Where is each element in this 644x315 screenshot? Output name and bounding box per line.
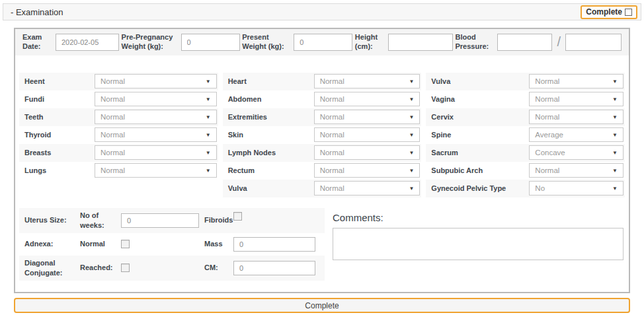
cm-input[interactable]: [233, 261, 315, 275]
fibroids-checkbox[interactable]: [233, 212, 242, 221]
spine-select[interactable]: Average ▼: [529, 127, 624, 142]
exam-row: Sacrum Concave ▼: [426, 144, 625, 162]
exam-date-input[interactable]: [56, 34, 119, 51]
select-value: Average: [535, 131, 563, 139]
panel-title[interactable]: - Examination: [11, 7, 63, 17]
complete-button-header[interactable]: Complete: [581, 5, 637, 19]
adnexa-normal-label: Normal: [80, 239, 121, 248]
examination-form-panel: Exam Date: Pre-Pregnancy Weight (kg): Pr…: [14, 28, 630, 293]
mass-label: Mass: [204, 239, 233, 248]
blood-pressure-separator: /: [557, 34, 561, 50]
diagonal-conjugate-row: Diagonal Conjugate: Reached: CM:: [19, 256, 325, 281]
exam-column-1: Heent Normal ▼ Fundi Normal ▼ Teeth Norm…: [19, 73, 218, 197]
select-value: Normal: [535, 77, 559, 85]
blood-pressure-label: Blood Pressure:: [455, 33, 492, 52]
sacrum-select[interactable]: Concave ▼: [529, 145, 624, 160]
exam-row-label: Vagina: [431, 95, 529, 103]
select-value: No: [535, 184, 545, 192]
blood-pressure-systolic-input[interactable]: [497, 34, 552, 51]
height-input[interactable]: [388, 34, 453, 51]
gynecoid-pelvic-type-select[interactable]: No ▼: [529, 181, 624, 195]
exam-row-label: Abdomen: [228, 95, 314, 103]
exam-row-label: Spine: [431, 131, 529, 139]
height-group: Height (cm):: [355, 33, 453, 52]
chevron-down-icon: ▼: [409, 186, 414, 192]
exam-row: Vulva Normal ▼: [223, 180, 422, 197]
adnexa-label: Adnexa:: [24, 239, 80, 248]
lungs-select[interactable]: Normal ▼: [95, 163, 217, 178]
blood-pressure-diastolic-input[interactable]: [565, 34, 622, 51]
fundi-select[interactable]: Normal ▼: [95, 92, 217, 106]
select-value: Normal: [535, 113, 559, 121]
adnexa-normal-checkbox[interactable]: [121, 240, 130, 248]
vulva-select[interactable]: Normal ▼: [314, 181, 421, 195]
chevron-down-icon: ▼: [612, 186, 618, 192]
teeth-select[interactable]: Normal ▼: [95, 110, 217, 124]
present-weight-group: Present Weight (kg):: [242, 33, 352, 52]
exam-date-group: Exam Date:: [22, 33, 119, 52]
exam-row: Abdomen Normal ▼: [223, 90, 422, 108]
mass-input[interactable]: [233, 237, 315, 252]
adnexa-row: Adnexa: Normal Mass: [19, 233, 325, 256]
comments-textarea[interactable]: [333, 228, 624, 260]
exam-row: Breasts Normal ▼: [19, 144, 218, 162]
exam-row-label: Fundi: [24, 95, 95, 103]
lymph-nodes-select[interactable]: Normal ▼: [314, 145, 421, 160]
reached-checkbox[interactable]: [121, 263, 130, 272]
select-value: Normal: [320, 77, 344, 85]
exam-row: Heent Normal ▼: [19, 73, 218, 90]
vitals-row: Exam Date: Pre-Pregnancy Weight (kg): Pr…: [15, 29, 629, 55]
exam-row-label: Teeth: [24, 113, 95, 121]
complete-button-footer[interactable]: Complete: [14, 298, 630, 313]
reached-label: Reached:: [80, 263, 121, 272]
uterus-size-row: Uterus Size: No of weeks: Fibroids: [19, 208, 325, 233]
chevron-down-icon: ▼: [409, 79, 414, 85]
exam-row: Lymph Nodes Normal ▼: [223, 144, 422, 162]
present-weight-input[interactable]: [294, 34, 352, 51]
comments-area: Comments:: [333, 208, 624, 281]
vagina-select[interactable]: Normal ▼: [529, 92, 624, 106]
exam-row-label: Heent: [24, 77, 95, 85]
select-value: Normal: [535, 166, 559, 174]
chevron-down-icon: ▼: [206, 79, 211, 85]
breasts-select[interactable]: Normal ▼: [95, 145, 217, 160]
select-value: Normal: [320, 113, 344, 121]
exam-row-label: Gynecoid Pelvic Type: [431, 184, 529, 192]
exam-row: Thyroid Normal ▼: [19, 126, 218, 144]
exam-row: Cervix Normal ▼: [426, 108, 625, 126]
abdomen-select[interactable]: Normal ▼: [314, 92, 421, 106]
pelvic-exam-table: Uterus Size: No of weeks: Fibroids Adnex…: [19, 208, 325, 281]
heart-select[interactable]: Normal ▼: [314, 74, 421, 88]
no-of-weeks-input[interactable]: [121, 213, 199, 228]
exam-date-label: Exam Date:: [22, 33, 50, 52]
select-value: Normal: [320, 184, 344, 192]
exam-row: Spine Average ▼: [426, 126, 625, 144]
select-value: Normal: [320, 95, 344, 103]
exam-row: Subpubic Arch Normal ▼: [426, 162, 625, 180]
pre-pregnancy-weight-input[interactable]: [181, 34, 240, 51]
select-value: Normal: [101, 149, 125, 157]
cervix-select[interactable]: Normal ▼: [529, 110, 624, 124]
exam-row-label: Vulva: [431, 77, 529, 85]
select-value: Normal: [101, 113, 125, 121]
cm-label: CM:: [204, 263, 233, 272]
select-value: Normal: [535, 95, 559, 103]
exam-row-label: Sacrum: [431, 149, 529, 157]
exam-row-label: Breasts: [24, 149, 95, 157]
thyroid-select[interactable]: Normal ▼: [95, 127, 217, 142]
select-value: Normal: [320, 131, 344, 139]
rectum-select[interactable]: Normal ▼: [314, 163, 421, 178]
chevron-down-icon: ▼: [612, 79, 618, 85]
subpubic-arch-select[interactable]: Normal ▼: [529, 163, 624, 178]
chevron-down-icon: ▼: [612, 132, 618, 138]
chevron-down-icon: ▼: [612, 150, 618, 156]
exam-row: Teeth Normal ▼: [19, 108, 218, 126]
vulva-pelvic-select[interactable]: Normal ▼: [529, 74, 624, 88]
extremities-select[interactable]: Normal ▼: [314, 110, 421, 124]
select-value: Normal: [101, 166, 125, 174]
exam-row-label: Cervix: [431, 113, 529, 121]
skin-select[interactable]: Normal ▼: [314, 127, 421, 142]
heent-select[interactable]: Normal ▼: [95, 74, 217, 88]
chevron-down-icon: ▼: [612, 96, 618, 102]
exam-row-label: Thyroid: [24, 131, 95, 139]
